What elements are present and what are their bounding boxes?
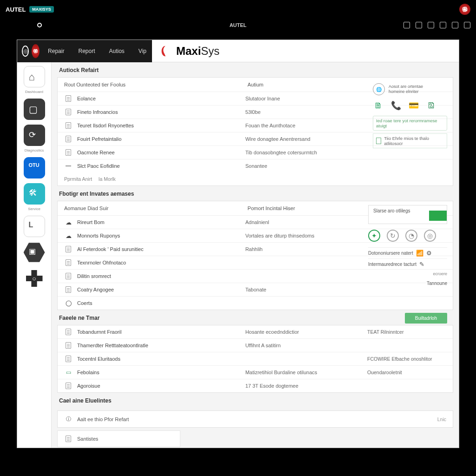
s1-footer: Pprmita Anirt la Morlk (58, 172, 453, 185)
menu-repair[interactable]: Repair (42, 48, 70, 54)
table-row[interactable]: Slct Paoc EofidlineSonantee (58, 159, 453, 172)
clock-icon[interactable]: ◔ (405, 230, 417, 242)
s2-aside: Slarse aro otlilegs ✦ ↻ ◔ ◎ Dotononiurse… (368, 205, 447, 289)
s2-line2[interactable]: Intermauredrece tacturt✎ (368, 258, 447, 270)
green-bar-icon (429, 211, 447, 221)
sidebar-dashboard[interactable]: ⌂ (24, 66, 45, 87)
row-label: Al Feterdook ' Paid surunitiec (77, 246, 245, 252)
row-value: Matizretihiol Burdaline otilunacs (245, 370, 367, 375)
sidebar-diagnostics[interactable]: ⟳ (24, 125, 45, 146)
os-brand: AUTEL (6, 6, 26, 13)
doc-icon (64, 95, 73, 102)
doc-icon (64, 109, 73, 115)
cloud-icon: ☁ (64, 219, 73, 225)
menubar-logo-icon: ֎ (32, 44, 40, 58)
row-right: FCOWIRE Efbache onoshlitor (367, 356, 446, 362)
doc-icon (64, 329, 73, 335)
line-icon (64, 163, 73, 169)
s2-under: ecroere (368, 270, 447, 278)
menu-icon[interactable] (22, 46, 29, 57)
device-icon[interactable]: 🖻 (426, 100, 437, 111)
doc-icon (64, 356, 73, 362)
brandbar: MaxiSys (152, 40, 459, 62)
circle-icon: ◯ (64, 300, 73, 306)
os-badge: MAXISYS (29, 6, 54, 13)
doc-icon (64, 259, 73, 266)
section4-card: ⓘ Aalt ee thio Pfor Refart Lnic (57, 410, 453, 428)
status-icon-tool[interactable] (440, 22, 446, 28)
table-row[interactable]: Agoroisue17 3T Esode dogtemee (58, 379, 453, 392)
sidebar-shield[interactable]: ▣ (24, 242, 45, 263)
edit-icon: ✎ (419, 261, 424, 268)
status-icon-window[interactable] (416, 22, 422, 28)
sidebar-obd[interactable]: OTU (24, 157, 45, 178)
content: Autiock Refairt Rout Ounteoted tier Fool… (52, 62, 459, 448)
doc-icon (64, 122, 73, 129)
refresh-icon[interactable]: ↻ (387, 230, 399, 242)
table-row[interactable]: Tocentnl EluritaodsFCOWIRE Efbache onosh… (58, 352, 453, 366)
section4-sublist: Santistes ▭ Fiflinor Lisef Ropro (57, 430, 180, 448)
table-row[interactable]: Thamerdter RetttateatoontlratleUffihnt A… (58, 339, 453, 352)
doc-icon (64, 383, 73, 389)
status-icon-target[interactable] (428, 22, 434, 28)
s4-sub-0[interactable]: Santistes (57, 430, 180, 447)
sidebar-files[interactable]: L (24, 216, 45, 237)
target-icon[interactable]: ◎ (424, 230, 436, 242)
row-label: Agoroisue (77, 383, 245, 389)
phone-icon[interactable]: 📞 (390, 100, 402, 111)
os-statusbar: AUTEL (0, 19, 476, 32)
os-logo-icon: ֎ (459, 4, 470, 15)
status-icon-doc[interactable] (452, 22, 458, 28)
row-label: Thamerdter Retttateatoontlratle (77, 343, 245, 348)
table-row[interactable]: ▭FebolainsMatizretihiol Burdaline otilun… (58, 366, 453, 379)
menu-vip[interactable]: Vip (133, 48, 152, 54)
row-right: TEAT Rilninntcer (367, 329, 446, 335)
table-row[interactable]: Tobandurnnt FraorilHosante ecoednddictio… (58, 325, 453, 339)
table-row[interactable]: ◯Coerts (58, 297, 453, 310)
s4-main-row[interactable]: ⓘ Aalt ee thio Pfor Refart Lnic (58, 411, 453, 427)
home-icon[interactable] (37, 23, 42, 27)
doc-icon (64, 273, 73, 279)
s2-line1: Dotononiursere natert📶⚙ (368, 247, 447, 258)
sidebar-tools[interactable]: ○ (24, 268, 45, 289)
doc-icon[interactable]: 🗎 (373, 100, 384, 111)
s1-footer-0[interactable]: Pprmita Anirt (64, 176, 92, 182)
row-label: Slct Paoc Eofidline (77, 163, 245, 169)
row-label: Oacrnote Renee (77, 150, 245, 155)
menu-autios[interactable]: Autios (104, 48, 130, 54)
row-label: Coerts (77, 300, 245, 306)
row-label: Febolains (77, 370, 245, 375)
s2-tag[interactable]: Tannoune (368, 278, 447, 289)
section4-title: Cael aine Eluelintes (52, 393, 459, 408)
s2-head-left: Aomanue Diad Suir (64, 205, 248, 211)
status-icon-grid[interactable] (403, 22, 410, 28)
row-value: Sonantee (245, 163, 446, 169)
row-label: Tobandurnnt Fraoril (77, 329, 245, 335)
s1-aside-link2[interactable]: Tiio Ehrle rnios te thalo atliitosocr (373, 133, 447, 148)
row-label: Rireurt Bom (77, 219, 245, 225)
section3-button[interactable]: Builtadrloh (405, 313, 447, 324)
row-label: Dilitin sromrect (77, 273, 245, 279)
row-label: Tocentnl Eluritaods (77, 356, 245, 362)
leaf-icon[interactable]: ✦ (368, 230, 380, 242)
s1-aside-link1[interactable]: Ied roae tere yot rerormramese atuigt (373, 116, 447, 131)
os-center-label: AUTEL (230, 22, 247, 28)
doc-icon (64, 149, 73, 156)
status-icon-globe[interactable] (464, 22, 470, 28)
s1-footer-1[interactable]: la Morlk (99, 176, 116, 182)
brand-mark-icon (159, 44, 172, 58)
s1-aside: 🌐 Aosot are ortentae homeine elnriter 🗎 … (373, 83, 447, 148)
card-icon: ▭ (64, 369, 73, 376)
s1-aside-info: Aosot are ortentae homeine elnriter (389, 84, 423, 94)
sidebar-service[interactable]: 🛠 (24, 183, 45, 205)
sidebar-diag-caption: Diagnostics (20, 149, 48, 152)
globe-icon: 🌐 (373, 83, 385, 95)
row-value: Hosante ecoednddictior (245, 329, 367, 335)
section1-title: Autiock Refairt (52, 62, 459, 77)
menu-report[interactable]: Report (73, 48, 100, 54)
row-label: Texnrnoler Ohfnotaco (77, 260, 245, 265)
card-icon[interactable]: 💳 (408, 100, 419, 111)
status-icons (403, 22, 470, 28)
doc-icon (64, 246, 73, 252)
sidebar-scan[interactable]: ▢ (24, 99, 45, 120)
